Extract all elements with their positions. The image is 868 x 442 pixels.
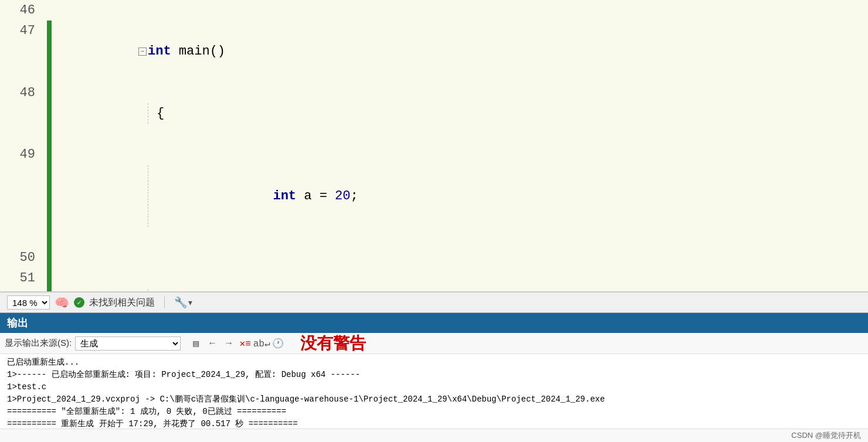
output-wrap-icon[interactable]: ab↵ — [255, 336, 269, 351]
line-number: 49 — [0, 144, 47, 247]
output-title: 输出 — [7, 316, 28, 330]
line-number: 51 — [0, 268, 47, 292]
output-line: 1>Project_2024_1_29.vcxproj -> C:\鹏哥c语言暑… — [7, 393, 861, 406]
source-select[interactable]: 生成 调试 生成+IntelliSense — [75, 336, 181, 351]
green-bar — [47, 247, 52, 268]
output-panel: 输出 显示输出来源(S): 生成 调试 生成+IntelliSense ▤ ← … — [0, 313, 868, 442]
code-content: int* pa = &a; — [52, 268, 868, 292]
indent: int* pa = &a; — [148, 289, 374, 292]
output-header: 输出 — [0, 313, 868, 333]
code-content: int a = 20; — [52, 144, 868, 247]
output-next-icon[interactable]: → — [222, 336, 236, 351]
indent2: int a = 20; — [249, 189, 358, 203]
output-filter-icon[interactable]: ▤ — [189, 336, 203, 351]
table-row: 49 int a = 20; — [0, 144, 868, 247]
source-label: 显示输出来源(S): — [5, 338, 72, 349]
zoom-select[interactable]: 148 % 100 % 125 % 150 % 200 % — [7, 295, 50, 310]
collapse-icon[interactable]: − — [138, 47, 147, 56]
keyword-int: int — [148, 44, 171, 59]
output-footer: CSDN @睡觉待开机 — [0, 429, 868, 442]
green-bar — [47, 144, 52, 247]
output-toolbar: 显示输出来源(S): 生成 调试 生成+IntelliSense ▤ ← → ✕… — [0, 333, 868, 354]
num-literal: 20 — [335, 189, 350, 203]
no-issues-icon: ✓ — [74, 297, 84, 308]
table-row: 46 — [0, 0, 868, 21]
status-bar: 148 % 100 % 125 % 150 % 200 % 🧠 ✓ 未找到相关问… — [0, 292, 868, 313]
output-content[interactable]: 已启动重新生成... 1>------ 已启动全部重新生成: 项目: Proje… — [0, 354, 868, 429]
code-editor[interactable]: 46 47 −int main() 48 { — [0, 0, 868, 292]
ai-icon: 🧠 — [55, 295, 69, 310]
output-toolbar-icons: ▤ ← → ✕≡ ab↵ 🕐 — [189, 336, 285, 351]
output-clear-icon[interactable]: ✕≡ — [238, 336, 252, 351]
divider — [164, 297, 165, 308]
line-number: 46 — [0, 0, 47, 21]
output-line: 1>------ 已启动全部重新生成: 项目: Project_2024_1_2… — [7, 369, 861, 381]
kw-int: int — [273, 189, 296, 203]
no-issues-text: 未找到相关问题 — [89, 297, 155, 309]
code-content: { — [52, 83, 868, 145]
green-bar — [47, 21, 52, 83]
green-bar — [47, 268, 52, 292]
output-line: 已启动重新生成... — [7, 356, 861, 369]
table-row: 51 int* pa = &a; — [0, 268, 868, 292]
indent: { — [148, 103, 164, 124]
line-number: 47 — [0, 21, 47, 83]
table-row: 50 — [0, 247, 868, 268]
line-number: 48 — [0, 83, 47, 145]
green-bar — [47, 83, 52, 145]
wrench-dropdown[interactable]: 🔧▾ — [174, 296, 194, 309]
table-row: 48 { — [0, 83, 868, 145]
no-warning-text: 没有警告 — [300, 332, 366, 355]
output-line: 1>test.c — [7, 381, 861, 393]
table-row: 47 −int main() — [0, 21, 868, 83]
footer-text: CSDN @睡觉待开机 — [791, 431, 861, 440]
code-content — [52, 0, 868, 21]
green-bar — [47, 0, 52, 21]
code-table: 46 47 −int main() 48 { — [0, 0, 868, 292]
output-line: ========== "全部重新生成": 1 成功, 0 失败, 0已跳过 ==… — [7, 406, 861, 418]
output-time-icon[interactable]: 🕐 — [271, 336, 285, 351]
output-line: ========== 重新生成 开始于 17:29, 并花费了 00.517 秒… — [7, 418, 861, 429]
indent: int a = 20; — [148, 165, 358, 227]
code-content: −int main() — [52, 21, 868, 83]
func-name: main() — [179, 44, 225, 59]
code-content — [52, 247, 868, 268]
line-number: 50 — [0, 247, 47, 268]
output-prev-icon[interactable]: ← — [205, 336, 219, 351]
